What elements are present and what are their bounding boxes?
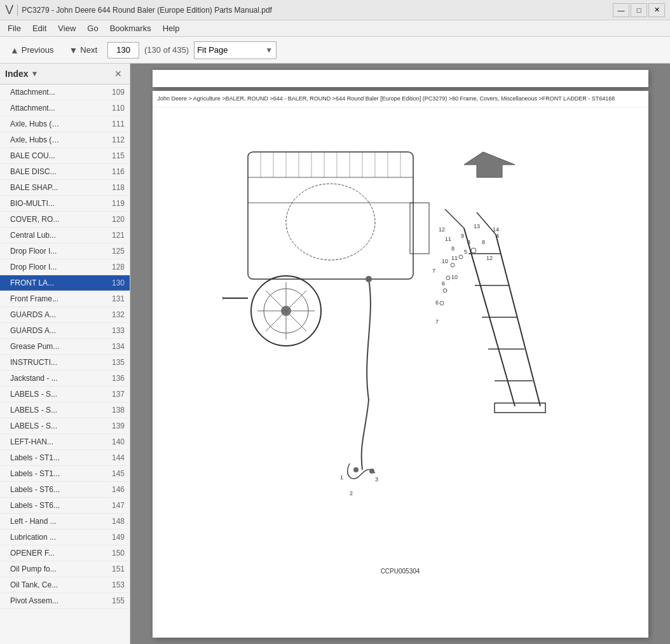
sidebar-header: Index ▼ ✕ bbox=[0, 64, 130, 85]
sidebar-item-label: GUARDS A... bbox=[10, 310, 106, 319]
menu-item-go[interactable]: Go bbox=[82, 22, 103, 34]
sidebar-item[interactable]: LABELS - S...137 bbox=[0, 387, 130, 402]
sidebar-item[interactable]: Drop Floor I...128 bbox=[0, 259, 130, 275]
part-label-1: 1 bbox=[340, 474, 343, 481]
title-divider bbox=[17, 4, 18, 16]
part-label-9: 9 bbox=[461, 233, 464, 239]
svg-line-34 bbox=[445, 209, 464, 228]
sidebar-item[interactable]: Labels - ST1...145 bbox=[0, 466, 130, 482]
menu-item-edit[interactable]: Edit bbox=[27, 22, 51, 34]
sidebar-item-page: 133 bbox=[106, 326, 125, 335]
sidebar-item[interactable]: Oil Tank, Ce...153 bbox=[0, 577, 130, 593]
menu-item-view[interactable]: View bbox=[53, 22, 81, 34]
previous-label: Previous bbox=[22, 45, 54, 55]
sidebar-item[interactable]: Pivot Assem...155 bbox=[0, 593, 130, 609]
next-label: Next bbox=[80, 45, 97, 55]
menu-item-bookmarks[interactable]: Bookmarks bbox=[105, 22, 156, 34]
sidebar-item[interactable]: Axle, Hubs (…112 bbox=[0, 132, 130, 148]
diagram-container: 1 2 3 4 5 6 6 7 7 8 8 8 9 10 10 11 bbox=[153, 107, 648, 565]
sidebar-item[interactable]: GUARDS A...133 bbox=[0, 323, 130, 339]
sidebar-item[interactable]: Labels - ST6...147 bbox=[0, 498, 130, 514]
app-logo: V bbox=[5, 3, 13, 17]
sidebar-item[interactable]: COVER, RO...120 bbox=[0, 212, 130, 228]
sidebar-dropdown-icon: ▼ bbox=[31, 69, 39, 78]
sidebar-item[interactable]: BALE COU...115 bbox=[0, 148, 130, 164]
sidebar-item[interactable]: LEFT-HAN...140 bbox=[0, 434, 130, 450]
sidebar-item[interactable]: Labels - ST6...146 bbox=[0, 482, 130, 498]
sidebar-item-page: 120 bbox=[106, 215, 125, 224]
menu-item-help[interactable]: Help bbox=[158, 22, 185, 34]
svg-point-37 bbox=[353, 467, 359, 472]
sidebar-item-label: LABELS - S... bbox=[10, 421, 106, 430]
svg-rect-33 bbox=[495, 403, 545, 413]
close-button[interactable]: ✕ bbox=[648, 3, 665, 17]
sidebar-item[interactable]: BALE SHAP...118 bbox=[0, 180, 130, 196]
sidebar-item[interactable]: Front Frame...131 bbox=[0, 291, 130, 307]
sidebar-item-page: 115 bbox=[106, 151, 125, 160]
page-info: (130 of 435) bbox=[144, 45, 189, 55]
sidebar-item-label: Left - Hand ... bbox=[10, 517, 106, 526]
sidebar-item[interactable]: FRONT LA...130 bbox=[0, 275, 130, 291]
sidebar-item[interactable]: Jackstand - ...136 bbox=[0, 371, 130, 387]
sidebar-item-label: Oil Tank, Ce... bbox=[10, 580, 106, 589]
title-bar: V PC3279 - John Deere 644 Round Baler (E… bbox=[0, 0, 670, 20]
toolbar: ▲ Previous ▼ Next (130 of 435) Fit PageF… bbox=[0, 37, 670, 64]
sidebar-item[interactable]: Left - Hand ...148 bbox=[0, 514, 130, 530]
sidebar-item-page: 145 bbox=[106, 469, 125, 478]
fit-page-select[interactable]: Fit PageFit WidthFit HeightActual Size bbox=[194, 41, 277, 59]
next-button[interactable]: ▼ Next bbox=[64, 43, 102, 58]
sidebar-item[interactable]: Labels - ST1...144 bbox=[0, 450, 130, 466]
sidebar-item-page: 135 bbox=[106, 358, 125, 367]
part-label-11b: 11 bbox=[451, 255, 458, 261]
window-title: PC3279 - John Deere 644 Round Baler (Eur… bbox=[22, 6, 272, 15]
sidebar-item[interactable]: LABELS - S...138 bbox=[0, 402, 130, 418]
minimize-button[interactable]: — bbox=[613, 3, 629, 17]
sidebar-item-page: 136 bbox=[106, 374, 125, 383]
pdf-viewer[interactable]: John Deere > Agriculture >BALER, ROUND >… bbox=[130, 64, 670, 644]
sidebar-item-page: 118 bbox=[106, 183, 125, 192]
sidebar-item[interactable]: Lubrication ...149 bbox=[0, 530, 130, 545]
part-label-14: 14 bbox=[493, 226, 499, 233]
sidebar-item[interactable]: INSTRUCTI...135 bbox=[0, 355, 130, 371]
sidebar-item[interactable]: GUARDS A...132 bbox=[0, 307, 130, 323]
sidebar-item-page: 134 bbox=[106, 342, 125, 351]
fit-select-wrapper: Fit PageFit WidthFit HeightActual Size ▼ bbox=[194, 41, 277, 59]
sidebar-item[interactable]: OPENER F...150 bbox=[0, 545, 130, 561]
sidebar-item[interactable]: LABELS - S...139 bbox=[0, 418, 130, 434]
sidebar-item-page: 125 bbox=[106, 247, 125, 256]
sidebar-item[interactable]: Attachment...110 bbox=[0, 100, 130, 116]
sidebar-item-label: COVER, RO... bbox=[10, 215, 106, 224]
sidebar-item-label: Axle, Hubs (… bbox=[10, 120, 106, 128]
baler-body bbox=[248, 152, 429, 279]
sidebar-item[interactable]: Axle, Hubs (…111 bbox=[0, 116, 130, 132]
sidebar-item-label: BALE DISC... bbox=[10, 167, 106, 176]
sidebar-item-page: 139 bbox=[106, 421, 125, 430]
sidebar-item-page: 147 bbox=[106, 501, 125, 510]
sidebar-item[interactable]: BIO-MULTI...119 bbox=[0, 196, 130, 212]
maximize-button[interactable]: □ bbox=[631, 3, 647, 17]
sidebar-item-page: 155 bbox=[106, 596, 125, 605]
sidebar-item-label: BALE SHAP... bbox=[10, 183, 106, 192]
sidebar-item-page: 132 bbox=[106, 310, 125, 319]
menu-item-file[interactable]: File bbox=[3, 22, 26, 34]
sidebar-item-label: Attachment... bbox=[10, 104, 106, 113]
sidebar-item[interactable]: Grease Pum...134 bbox=[0, 339, 130, 355]
sidebar-item-label: Labels - ST1... bbox=[10, 469, 106, 478]
sidebar-item-label: FRONT LA... bbox=[10, 278, 106, 287]
sidebar-item-label: BALE COU... bbox=[10, 151, 106, 160]
sidebar-item[interactable]: Drop Floor I...125 bbox=[0, 243, 130, 259]
sidebar-item-label: Grease Pum... bbox=[10, 342, 106, 351]
sidebar-item-page: 148 bbox=[106, 517, 125, 526]
sidebar-item[interactable]: BALE DISC...116 bbox=[0, 164, 130, 180]
bolt-circle-1 bbox=[471, 248, 476, 253]
page-number-input[interactable] bbox=[107, 42, 139, 58]
sidebar-item-page: 110 bbox=[106, 104, 125, 113]
sidebar-item-page: 146 bbox=[106, 485, 125, 494]
part-label-8b: 8 bbox=[467, 239, 470, 245]
sidebar-item-label: Oil Pump fo... bbox=[10, 565, 106, 573]
sidebar-item[interactable]: Oil Pump fo...151 bbox=[0, 561, 130, 577]
sidebar-item[interactable]: Central Lub...121 bbox=[0, 228, 130, 243]
sidebar-item[interactable]: Attachment...109 bbox=[0, 85, 130, 100]
previous-button[interactable]: ▲ Previous bbox=[5, 43, 58, 58]
sidebar-close-button[interactable]: ✕ bbox=[112, 67, 125, 80]
